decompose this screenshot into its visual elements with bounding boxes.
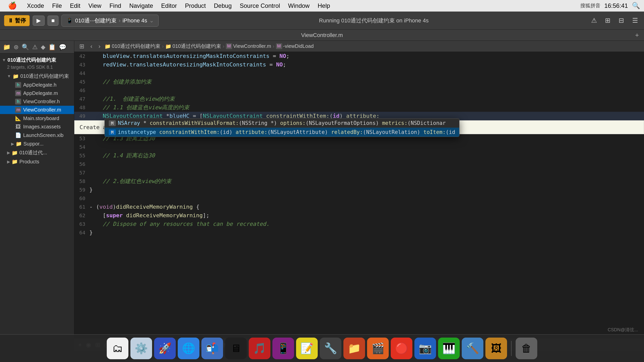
dock-preview[interactable]: 🖼 xyxy=(485,338,507,359)
sidebar-item-appdelegate-h[interactable]: h AppDelegate.h xyxy=(0,81,74,89)
menubar-help[interactable]: Help xyxy=(314,1,334,10)
menubar-window[interactable]: Window xyxy=(284,1,313,10)
menubar-product[interactable]: Product xyxy=(181,1,210,10)
grid-view-button[interactable]: ⊞ xyxy=(77,42,86,51)
sidebar-folder-label: 010通过代码创建约束 xyxy=(20,73,69,80)
sidebar-item-viewcontroller-h[interactable]: h ViewController.h xyxy=(0,97,74,106)
line-content-45: // 创建并添加约束 xyxy=(89,78,644,86)
folder-icon: 📁 xyxy=(16,141,22,147)
dock-app1[interactable]: 📱 xyxy=(272,338,294,359)
breadcrumb-sep-1: › xyxy=(162,43,164,49)
dock-notes[interactable]: 📝 xyxy=(296,338,318,359)
autocomplete-item-1[interactable]: M NSArray * constraintsWithVisualFormat:… xyxy=(105,119,459,128)
menubar-source-control[interactable]: Source Control xyxy=(236,1,284,10)
log-icon[interactable]: 📋 xyxy=(48,44,56,51)
search-icon[interactable]: 🔍 xyxy=(632,2,640,10)
menubar-xcode[interactable]: Xcode xyxy=(23,1,48,10)
search-icon[interactable]: 🔍 xyxy=(22,44,29,51)
sidebar-item-appdelegate-m[interactable]: m AppDelegate.m xyxy=(0,89,74,97)
line-num-60: 60 xyxy=(74,194,89,203)
code-line-47: 47 //1. 创建蓝色view的约束 xyxy=(74,95,644,103)
pause-button[interactable]: ⏸ 暂停 xyxy=(4,15,30,26)
menubar-navigate[interactable]: Navigate xyxy=(125,1,157,10)
dock-media[interactable]: 🎬 xyxy=(367,338,389,359)
menubar-edit[interactable]: Edit xyxy=(66,1,84,10)
pause-label: 暂停 xyxy=(15,17,26,24)
dock-xcode-tools[interactable]: 🔨 xyxy=(462,338,483,359)
layout-button[interactable]: ⊞ xyxy=(603,16,613,25)
code-line-59: 59 } xyxy=(74,186,644,194)
menubar-view[interactable]: View xyxy=(84,1,105,10)
code-editor[interactable]: 42 blueView.translatesAutoresizingMaskIn… xyxy=(74,52,644,237)
sidebar-content: ▼ 010通过代码创建约束 2 targets, iOS SDK 8.1 ▼ 📁… xyxy=(0,53,74,351)
code-line-56: 56 xyxy=(74,160,644,168)
run-button[interactable]: ▶ xyxy=(33,16,45,26)
sidebar-folder-group[interactable]: ▼ 📁 010通过代码创建约束 xyxy=(0,71,74,81)
input-method-indicator: 搜狐拼音 xyxy=(580,2,600,9)
editor-filename: ViewController.m xyxy=(301,32,343,39)
dock-tools[interactable]: 🔧 xyxy=(320,338,341,359)
code-line-57: 57 xyxy=(74,168,644,177)
code-line-48: 48 // 1.1 创建蓝色view高度的约束 xyxy=(74,103,644,112)
ac-text-2: instancetype constraintWithItem:(id) att… xyxy=(118,129,455,135)
dock-finder[interactable]: 🗂 xyxy=(107,338,128,359)
dock-filezilla[interactable]: 📁 xyxy=(343,338,365,359)
code-line-42: 42 blueView.translatesAutoresizingMaskIn… xyxy=(74,52,644,60)
line-content-59: } xyxy=(89,186,644,194)
breadcrumb-project[interactable]: 📁 010通过代码创建约束 xyxy=(104,43,160,50)
scheme-name: 010通···创建约束 xyxy=(75,17,117,24)
add-tab-button[interactable]: + xyxy=(635,31,639,39)
menubar-editor[interactable]: Editor xyxy=(157,1,181,10)
dock-camera[interactable]: 📷 xyxy=(414,338,436,359)
menubar-find[interactable]: Find xyxy=(105,1,125,10)
dock-trash[interactable]: 🗑 xyxy=(516,338,537,359)
sidebar-item-viewcontroller-m[interactable]: m ViewController.m xyxy=(0,106,74,114)
menubar-file[interactable]: File xyxy=(48,1,66,10)
dock-mail[interactable]: 📬 xyxy=(201,338,223,359)
code-line-45: 45 // 创建并添加约束 xyxy=(74,78,644,86)
back-button[interactable]: ‹ xyxy=(88,42,94,51)
chevron-down-icon: ⌄ xyxy=(149,17,154,24)
breadcrumb-file[interactable]: M ViewController.m xyxy=(226,43,271,49)
dock-keys[interactable]: 🎹 xyxy=(438,338,460,359)
sidebar-tests-group[interactable]: ▶ 📁 010通过代... xyxy=(0,148,74,157)
breakpoint-icon[interactable]: ◆ xyxy=(41,44,45,51)
sidebar-item-label: ViewController.h xyxy=(23,99,60,104)
code-line-62: 62 [super didReceiveMemoryWarning]; xyxy=(74,211,644,220)
folder-nav-icon[interactable]: 📁 xyxy=(3,44,11,51)
warning-button[interactable]: ⚠ xyxy=(589,16,599,25)
chevron-right-icon: ▶ xyxy=(7,150,10,155)
sidebar-item-label: Main.storyboard xyxy=(23,116,59,121)
split-button[interactable]: ⊟ xyxy=(617,16,626,25)
sidebar-products-group[interactable]: ▶ 📁 Products xyxy=(0,157,74,166)
dock: 🗂 ⚙️ 🚀 🌐 📬 🖥 🎵 📱 📝 🔧 📁 🎬 🔴 📷 🎹 🔨 🖼 🗑 xyxy=(0,334,644,362)
scheme-selector[interactable]: 📱 010通···创建约束 › iPhone 4s ⌄ xyxy=(61,15,158,27)
dock-music[interactable]: 🎵 xyxy=(249,338,270,359)
breadcrumb-folder[interactable]: 📁 010通过代码创建约束 xyxy=(165,43,221,50)
menubar-debug[interactable]: Debug xyxy=(210,1,236,10)
sidebar-project-group[interactable]: ▼ 010通过代码创建约束 xyxy=(0,55,74,65)
nav-button[interactable]: ☰ xyxy=(630,16,640,25)
line-content-58: // 2.创建红色view的约束 xyxy=(89,177,644,186)
sidebar-item-launchscreen-xib[interactable]: 📄 LaunchScreen.xib xyxy=(0,131,74,139)
sidebar-item-images-xcassets[interactable]: 🖼 Images.xcassets xyxy=(0,123,74,131)
forward-button[interactable]: › xyxy=(96,42,102,51)
m-file-icon: m xyxy=(15,90,21,96)
autocomplete-item-2[interactable]: M instancetype constraintWithItem:(id) a… xyxy=(105,128,459,137)
code-scroll[interactable]: 42 blueView.translatesAutoresizingMaskIn… xyxy=(74,52,644,338)
report-icon[interactable]: 💬 xyxy=(59,44,66,51)
autocomplete-popup[interactable]: M NSArray * constraintsWithVisualFormat:… xyxy=(104,118,459,137)
warning-nav-icon[interactable]: ⚠ xyxy=(32,44,38,51)
sidebar-supporting-files-group[interactable]: ▶ 📁 Suppor... xyxy=(0,139,74,148)
dock-safari[interactable]: 🌐 xyxy=(178,338,199,359)
breadcrumb-method[interactable]: M -viewDidLoad xyxy=(276,43,314,49)
dock-sysprefs[interactable]: ⚙️ xyxy=(130,338,152,359)
apple-menu[interactable]: 🍎 xyxy=(4,1,21,11)
sidebar-item-main-storyboard[interactable]: 📐 Main.storyboard xyxy=(0,114,74,123)
dock-launchpad[interactable]: 🚀 xyxy=(154,338,176,359)
dock-terminal[interactable]: 🖥 xyxy=(225,338,247,359)
dock-ftp[interactable]: 🔴 xyxy=(391,338,412,359)
stop-button[interactable]: ■ xyxy=(48,16,58,26)
ac-text-1: NSArray * constraintsWithVisualFormat:(N… xyxy=(118,120,446,126)
source-control-icon[interactable]: ⊛ xyxy=(14,44,19,51)
